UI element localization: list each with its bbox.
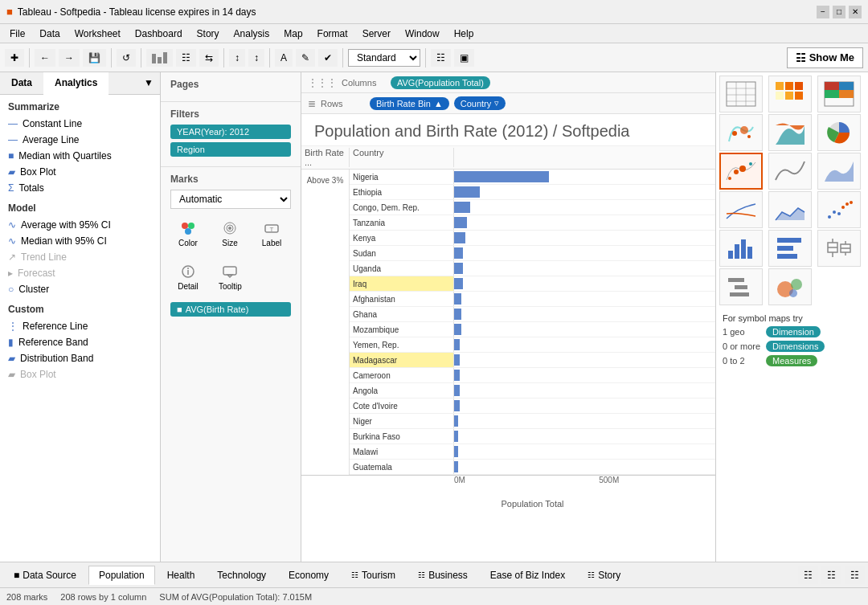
chart-btn[interactable] xyxy=(146,49,173,67)
screen-btn[interactable]: ▣ xyxy=(454,49,474,67)
show-me-button[interactable]: ☷ Show Me xyxy=(787,47,863,68)
new-story-btn[interactable]: ☷ xyxy=(845,566,865,584)
new-button[interactable]: ✚ xyxy=(5,49,24,67)
country-name: Yemen, Rep. xyxy=(350,337,454,352)
economy-tab[interactable]: Economy xyxy=(278,566,339,585)
req2-chip[interactable]: Dimensions xyxy=(766,341,825,352)
menu-server[interactable]: Server xyxy=(356,27,397,41)
chart-type-heat-map[interactable] xyxy=(768,76,812,112)
constant-line-item[interactable]: — Constant Line xyxy=(0,116,160,132)
filter-region[interactable]: Region xyxy=(170,142,291,157)
size-mark-btn[interactable]: Size xyxy=(212,215,248,252)
bar-area xyxy=(454,429,715,444)
story-tab[interactable]: ☷ Story xyxy=(577,566,631,585)
chart-type-area[interactable] xyxy=(817,153,861,190)
chart-type-highlight-table[interactable] xyxy=(817,76,861,112)
birth-rate-bin-pill[interactable]: Birth Rate Bin ▲ xyxy=(370,97,449,110)
chart-type-area2[interactable] xyxy=(768,191,812,228)
ease-biz-tab[interactable]: Ease of Biz Index xyxy=(480,566,575,585)
forward-button[interactable]: → xyxy=(59,49,80,67)
chart-type-line[interactable] xyxy=(768,153,812,190)
chart-type-gantt[interactable] xyxy=(719,268,763,305)
chart-type-selected[interactable] xyxy=(719,153,763,190)
req3-chip[interactable]: Measures xyxy=(766,355,817,366)
close-button[interactable]: ✕ xyxy=(849,6,862,18)
marks-type-select[interactable]: Automatic xyxy=(170,190,291,209)
minimize-button[interactable]: − xyxy=(817,6,829,18)
chart-type-histogram[interactable] xyxy=(719,230,763,267)
standard-select[interactable]: Standard xyxy=(348,49,420,67)
menu-file[interactable]: File xyxy=(3,27,31,41)
chart-type-scatter[interactable] xyxy=(817,191,861,228)
country-pill[interactable]: Country ▿ xyxy=(454,96,506,110)
avg-ci-item[interactable]: ∿ Average with 95% CI xyxy=(0,217,160,233)
svg-point-1 xyxy=(188,223,194,229)
reference-line-item[interactable]: ⋮ Reference Line xyxy=(0,318,160,334)
cluster-item[interactable]: ○ Cluster xyxy=(0,281,160,297)
median-quartiles-item[interactable]: ■ Median with Quartiles xyxy=(0,148,160,164)
grid-btn[interactable]: ☷ xyxy=(431,49,451,67)
color-btn[interactable]: ✎ xyxy=(296,49,315,67)
median-ci-item[interactable]: ∿ Median with 95% CI xyxy=(0,233,160,249)
chart-type-filled-map[interactable] xyxy=(768,114,812,151)
sort-desc-btn[interactable]: ↕ xyxy=(248,49,264,67)
distribution-band-item[interactable]: ▰ Distribution Band xyxy=(0,350,160,366)
menu-analysis[interactable]: Analysis xyxy=(227,27,276,41)
columns-pill[interactable]: AVG(Population Total) xyxy=(391,76,490,89)
analytics-tab[interactable]: Analytics xyxy=(43,72,108,95)
menu-dashboard[interactable]: Dashboard xyxy=(129,27,189,41)
chart-type-symbol-map[interactable] xyxy=(719,114,763,151)
menu-map[interactable]: Map xyxy=(277,27,309,41)
panel-arrow[interactable]: ▼ xyxy=(137,72,160,94)
chart-type-box-whisker[interactable] xyxy=(817,230,861,267)
undo-button[interactable]: ↺ xyxy=(117,49,136,67)
technology-tab[interactable]: Technology xyxy=(207,566,276,585)
color-mark-btn[interactable]: Color xyxy=(170,215,206,252)
menu-format[interactable]: Format xyxy=(311,27,354,41)
menu-story[interactable]: Story xyxy=(190,27,226,41)
menu-window[interactable]: Window xyxy=(399,27,446,41)
forecast-item: ▸ Forecast xyxy=(0,265,160,281)
tourism-tab[interactable]: ☷ Tourism xyxy=(341,566,406,585)
population-tab[interactable]: Population xyxy=(88,566,155,585)
req1-chip[interactable]: Dimension xyxy=(766,326,821,337)
sort-asc-btn[interactable]: ↕ xyxy=(229,49,245,67)
back-button[interactable]: ← xyxy=(35,49,55,67)
data-tab[interactable]: Data xyxy=(0,72,43,94)
box-plot-item-custom[interactable]: ▰ Box Plot xyxy=(0,366,160,382)
reference-band-item[interactable]: ▮ Reference Band xyxy=(0,334,160,350)
data-source-tab[interactable]: ■ Data Source xyxy=(3,566,87,585)
label-btn[interactable]: A xyxy=(275,49,293,67)
label-mark-btn[interactable]: T Label xyxy=(254,215,289,252)
health-tab[interactable]: Health xyxy=(157,566,206,585)
country-name: Sudan xyxy=(350,246,454,260)
tooltip-mark-btn[interactable]: Tooltip xyxy=(212,259,248,296)
chart-type-bar-horizontal[interactable] xyxy=(768,230,812,267)
table-btn[interactable]: ☷ xyxy=(176,49,196,67)
new-sheet-btn[interactable]: ☷ xyxy=(798,566,818,584)
avg-birth-rate-pill[interactable]: ■ AVG(Birth Rate) xyxy=(170,302,291,317)
average-line-item[interactable]: — Average Line xyxy=(0,132,160,148)
chart-type-bubble[interactable] xyxy=(768,268,812,305)
window-controls[interactable]: − □ ✕ xyxy=(817,6,862,18)
country-name: Guatemala xyxy=(350,460,454,474)
chart-type-pie[interactable] xyxy=(817,114,861,151)
swap-btn[interactable]: ⇆ xyxy=(199,49,219,67)
totals-item[interactable]: Σ Totals xyxy=(0,180,160,196)
save-button[interactable]: 💾 xyxy=(83,49,106,67)
svg-rect-26 xyxy=(825,82,839,90)
chart-type-dual-lines[interactable] xyxy=(719,191,763,228)
table-row: Madagascar xyxy=(350,353,715,368)
maximize-button[interactable]: □ xyxy=(833,6,845,18)
highlight-btn[interactable]: ✔ xyxy=(318,49,338,67)
new-dashboard-btn[interactable]: ☷ xyxy=(821,566,841,584)
filter-year[interactable]: YEAR(Year): 2012 xyxy=(170,125,291,139)
menu-help[interactable]: Help xyxy=(448,27,481,41)
business-tab[interactable]: ☷ Business xyxy=(407,566,478,585)
menu-worksheet[interactable]: Worksheet xyxy=(68,27,127,41)
menu-data[interactable]: Data xyxy=(33,27,66,41)
table-row: Nigeria xyxy=(350,170,715,185)
chart-type-text-table[interactable] xyxy=(719,76,763,112)
detail-mark-btn[interactable]: Detail xyxy=(170,259,206,296)
box-plot-item-summarize[interactable]: ▰ Box Plot xyxy=(0,164,160,180)
